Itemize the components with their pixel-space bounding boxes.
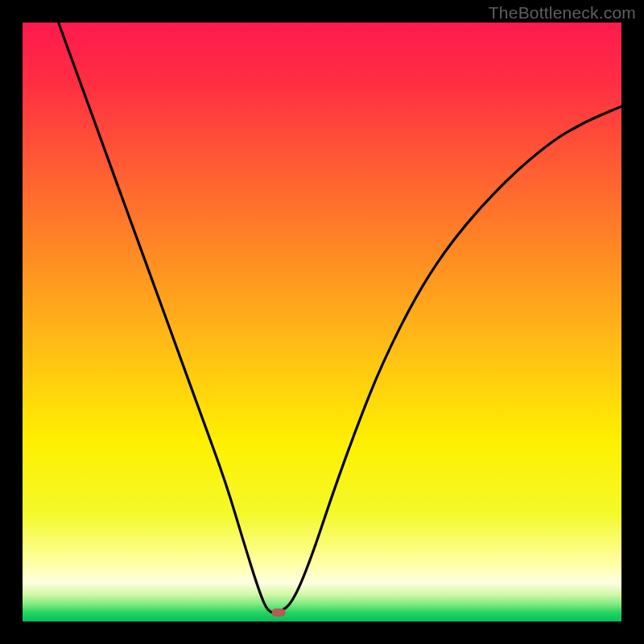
plot-frame (23, 23, 621, 621)
optimal-point-marker (272, 609, 286, 617)
watermark-text: TheBottleneck.com (489, 3, 636, 23)
bottleneck-curve (23, 23, 621, 621)
